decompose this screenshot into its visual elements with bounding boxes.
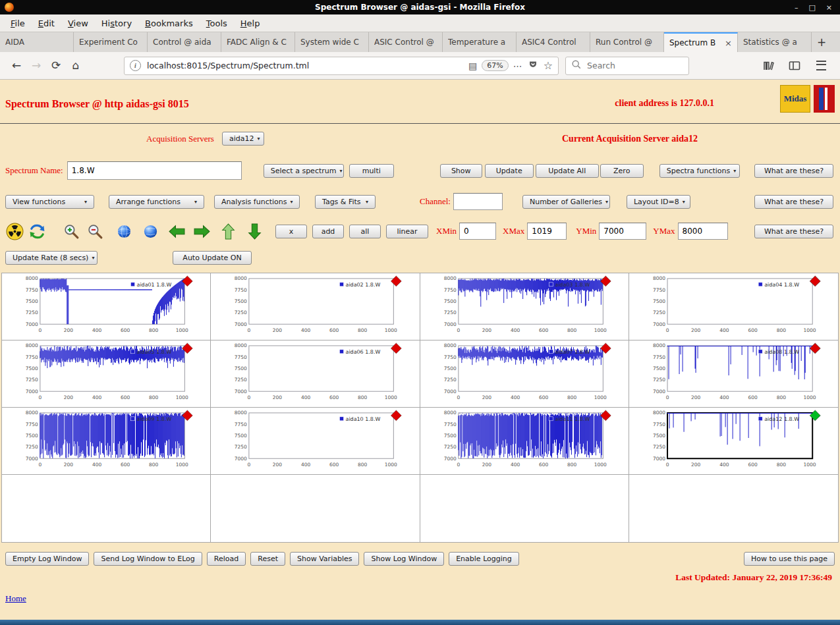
spectrum-plot-aida04[interactable]: 8000775075007250700002004006008001000aid… <box>629 273 838 340</box>
blue-globe-icon-2[interactable] <box>141 222 159 240</box>
show-variables-button[interactable]: Show Variables <box>290 552 359 566</box>
what-are-these-button-3[interactable]: What are these? <box>754 225 833 238</box>
gallery-cell-aida09[interactable]: 8000775075007250700002004006008001000aid… <box>2 408 211 475</box>
menu-edit[interactable]: Edit <box>32 16 61 31</box>
back-button[interactable]: ← <box>7 56 26 76</box>
tab-run-control[interactable]: Run Control @ <box>590 32 664 52</box>
gallery-cell-aida06[interactable]: 8000775075007250700002004006008001000aid… <box>211 340 420 408</box>
zoom-level-badge[interactable]: 67% <box>482 60 508 71</box>
enable-logging-button[interactable]: Enable Logging <box>449 552 519 566</box>
linear-button[interactable]: linear <box>386 225 428 238</box>
tab-fadc-align-c[interactable]: FADC Align & C <box>221 32 295 52</box>
home-link[interactable]: Home <box>5 593 26 604</box>
update-all-button[interactable]: Update All <box>536 164 599 178</box>
view-functions-dropdown[interactable]: View functions ▾ <box>5 195 94 209</box>
gallery-cell-aida01[interactable]: 8000775075007250700002004006008001000aid… <box>2 273 211 340</box>
select-spectrum-dropdown[interactable]: Select a spectrum ▾ <box>264 164 344 178</box>
reader-mode-icon[interactable]: ▤ <box>468 61 477 70</box>
menu-file[interactable]: File <box>4 16 32 31</box>
gallery-cell-aida12[interactable]: 8000775075007250700002004006008001000aid… <box>629 408 838 475</box>
spectra-functions-dropdown[interactable]: Spectra functions ▾ <box>659 164 740 178</box>
spectrum-plot-aida01[interactable]: 8000775075007250700002004006008001000aid… <box>2 273 210 340</box>
search-input[interactable] <box>586 60 691 71</box>
analysis-functions-dropdown[interactable]: Analysis functions ▾ <box>214 195 300 209</box>
x-button[interactable]: x <box>275 225 307 238</box>
reload-button[interactable]: Reload <box>207 552 246 566</box>
spectrum-plot-aida05[interactable]: 8000775075007250700002004006008001000aid… <box>2 340 210 407</box>
radiation-icon[interactable] <box>5 222 24 240</box>
multi-button[interactable]: multi <box>349 164 394 178</box>
tab-close-icon[interactable]: × <box>725 38 732 48</box>
bookmark-star-icon[interactable]: ☆ <box>544 61 553 71</box>
app-menu-button[interactable] <box>811 56 831 76</box>
arrow-up-icon[interactable] <box>219 222 237 240</box>
ymax-input[interactable] <box>678 223 728 240</box>
update-rate-dropdown[interactable]: Update Rate (8 secs) ▾ <box>5 251 98 265</box>
send-log-window-to-elog-button[interactable]: Send Log Window to ELog <box>94 552 202 566</box>
ymin-input[interactable] <box>599 223 646 240</box>
library-button[interactable] <box>758 56 778 76</box>
spectrum-plot-aida10[interactable]: 8000775075007250700002004006008001000aid… <box>211 408 419 474</box>
reload-button[interactable]: ⟳ <box>46 56 66 76</box>
arrow-down-icon[interactable] <box>245 222 264 240</box>
page-info-icon[interactable]: i <box>130 60 141 71</box>
empty-log-window-button[interactable]: Empty Log Window <box>5 552 89 566</box>
add-button[interactable]: add <box>312 225 344 238</box>
midas-logo[interactable]: Midas <box>780 85 810 113</box>
spectrum-name-input[interactable] <box>67 161 242 180</box>
spectrum-plot-aida06[interactable]: 8000775075007250700002004006008001000aid… <box>211 340 419 407</box>
what-are-these-button-1[interactable]: What are these? <box>754 164 833 178</box>
arrange-functions-dropdown[interactable]: Arrange functions ▾ <box>109 195 204 209</box>
gallery-cell-aida08[interactable]: 8000775075007250700002004006008001000aid… <box>629 340 838 408</box>
tab-spectrum-b[interactable]: Spectrum B× <box>664 32 738 52</box>
gallery-cell-aida04[interactable]: 8000775075007250700002004006008001000aid… <box>629 273 838 340</box>
zero-button[interactable]: Zero <box>600 164 644 178</box>
menu-view[interactable]: View <box>61 16 95 31</box>
spectrum-plot-aida12[interactable]: 8000775075007250700002004006008001000aid… <box>629 408 838 474</box>
gallery-cell-aida03[interactable]: 8000775075007250700002004006008001000aid… <box>420 273 629 340</box>
sidebar-button[interactable] <box>785 56 804 76</box>
maximize-button[interactable]: □ <box>808 3 815 12</box>
search-bar[interactable] <box>565 57 689 75</box>
menu-bookmarks[interactable]: Bookmarks <box>138 16 200 31</box>
gallery-cell-aida11[interactable]: 8000775075007250700002004006008001000aid… <box>420 408 629 475</box>
zoom-in-icon[interactable] <box>62 222 80 240</box>
update-button[interactable]: Update <box>485 164 534 178</box>
all-button[interactable]: all <box>349 225 381 238</box>
forward-button[interactable]: → <box>26 56 46 76</box>
gallery-cell-aida05[interactable]: 8000775075007250700002004006008001000aid… <box>2 340 211 408</box>
auto-update-button[interactable]: Auto Update ON <box>173 251 252 265</box>
tab-temperature-a[interactable]: Temperature a <box>443 32 517 52</box>
spectrum-plot-aida09[interactable]: 8000775075007250700002004006008001000aid… <box>2 408 210 474</box>
home-button[interactable]: ⌂ <box>66 56 86 76</box>
what-are-these-button-2[interactable]: What are these? <box>754 195 833 209</box>
tab-asic4-control[interactable]: ASIC4 Control <box>517 32 590 52</box>
number-of-galleries-dropdown[interactable]: Number of Galleries ▾ <box>522 195 610 209</box>
acquisition-server-dropdown[interactable]: aida12 ▾ <box>222 132 264 146</box>
menu-tools[interactable]: Tools <box>200 16 234 31</box>
gallery-cell-aida07[interactable]: 8000775075007250700002004006008001000aid… <box>420 340 629 408</box>
tab-system-wide-c[interactable]: System wide C <box>295 32 369 52</box>
minimize-button[interactable]: – <box>795 3 798 12</box>
spectrum-plot-aida08[interactable]: 8000775075007250700002004006008001000aid… <box>629 340 838 407</box>
gallery-cell-aida02[interactable]: 8000775075007250700002004006008001000aid… <box>211 273 420 340</box>
close-button[interactable]: × <box>826 3 832 12</box>
arrow-right-icon[interactable] <box>192 222 211 240</box>
layout-id-dropdown[interactable]: Layout ID=8 ▾ <box>627 195 690 209</box>
spectrum-plot-aida03[interactable]: 8000775075007250700002004006008001000aid… <box>420 273 629 340</box>
new-tab-button[interactable]: + <box>812 32 831 52</box>
tab-aida[interactable]: AIDA <box>0 32 74 52</box>
pocket-icon[interactable] <box>527 59 539 73</box>
spectrum-plot-aida11[interactable]: 8000775075007250700002004006008001000aid… <box>420 408 629 474</box>
tab-statistics-a[interactable]: Statistics @ a <box>738 32 812 52</box>
tab-control-aida[interactable]: Control @ aida <box>148 32 221 52</box>
show-button[interactable]: Show <box>440 164 482 178</box>
how-to-use-button[interactable]: How to use this page <box>744 552 835 566</box>
menu-history[interactable]: History <box>95 16 138 31</box>
spectrum-plot-aida02[interactable]: 8000775075007250700002004006008001000aid… <box>211 273 419 340</box>
zoom-out-icon[interactable] <box>86 222 104 240</box>
reset-button[interactable]: Reset <box>250 552 285 566</box>
url-bar[interactable]: i ▤ 67% ⋯ ☆ <box>124 57 559 75</box>
arrow-left-icon[interactable] <box>167 222 186 240</box>
refresh-globe-icon[interactable] <box>28 222 46 240</box>
